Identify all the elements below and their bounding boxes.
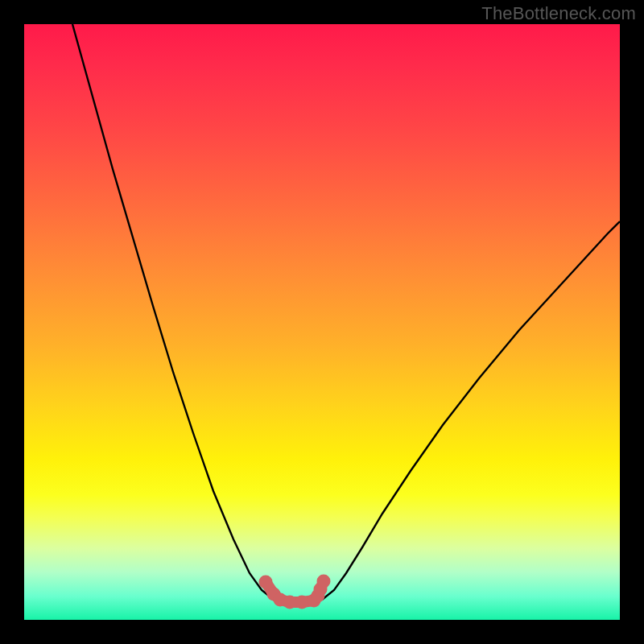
curve-left-line [72, 24, 274, 600]
marker-dot [295, 596, 309, 609]
marker-dot [259, 576, 273, 589]
plot-area [24, 24, 620, 620]
curve-right-line [322, 221, 620, 600]
watermark-text: TheBottleneck.com [481, 3, 636, 24]
chart-frame: TheBottleneck.com [0, 0, 644, 644]
chart-svg [24, 24, 620, 620]
marker-dot [283, 596, 297, 609]
marker-dot [317, 575, 331, 588]
bottom-marker-dots [259, 575, 331, 609]
